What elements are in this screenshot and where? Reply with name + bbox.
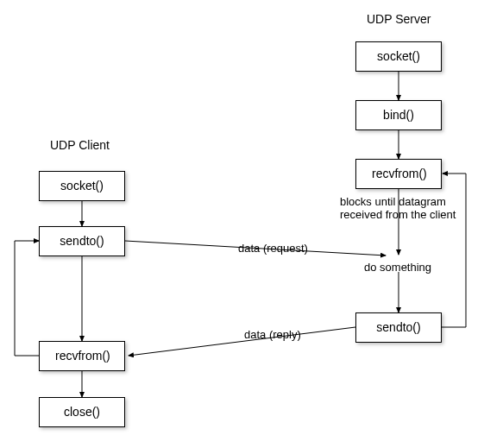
- node-label: socket(): [355, 41, 442, 72]
- label-blocks: blocks until datagram received from the …: [340, 195, 478, 221]
- node-server-socket: socket(): [355, 41, 442, 72]
- node-client-socket: socket(): [39, 171, 125, 201]
- node-server-bind: bind(): [355, 100, 442, 130]
- node-label: bind(): [355, 100, 442, 130]
- diagram-canvas: { "headings": { "client": "UDP Client", …: [0, 0, 484, 448]
- node-server-recvfrom: recvfrom(): [355, 159, 442, 189]
- label-request: data (request): [238, 242, 308, 255]
- label-reply: data (reply): [244, 328, 301, 341]
- node-server-sendto: sendto(): [355, 312, 442, 343]
- label-dosomething: do something: [364, 261, 431, 274]
- server-heading: UDP Server: [367, 12, 431, 26]
- node-label: recvfrom(): [355, 159, 442, 189]
- node-client-recvfrom: recvfrom(): [39, 341, 125, 371]
- client-heading: UDP Client: [50, 138, 110, 152]
- node-client-sendto: sendto(): [39, 226, 125, 256]
- node-label: recvfrom(): [39, 341, 125, 371]
- node-label: close(): [39, 397, 125, 427]
- node-label: sendto(): [355, 312, 442, 343]
- node-client-close: close(): [39, 397, 125, 427]
- node-label: socket(): [39, 171, 125, 201]
- node-label: sendto(): [39, 226, 125, 256]
